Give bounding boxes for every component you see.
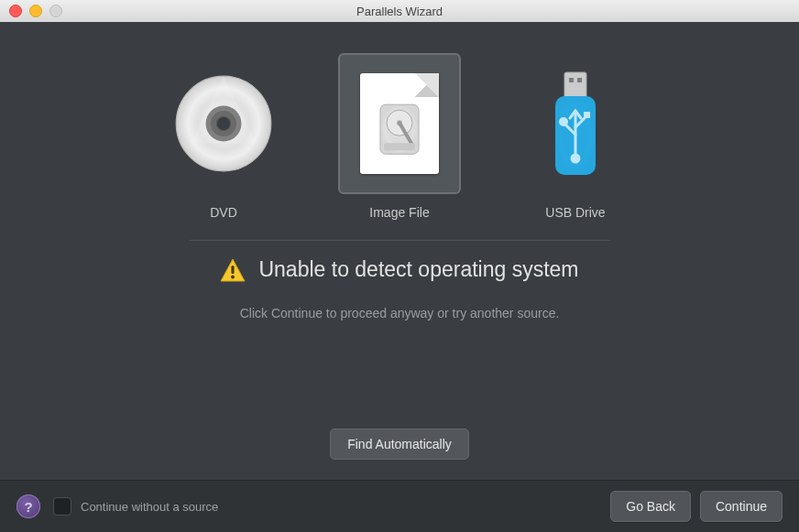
source-dvd[interactable]: DVD [159,53,288,220]
svg-rect-12 [569,78,574,82]
source-image-box [338,53,461,194]
svg-rect-10 [384,143,415,150]
svg-rect-11 [564,72,586,98]
svg-rect-13 [577,78,582,82]
warning-icon [220,258,246,282]
source-usb-box [514,53,637,194]
source-usb-label: USB Drive [545,205,605,220]
window-titlebar: Parallels Wizard [0,0,799,23]
continue-button[interactable]: Continue [700,491,783,522]
usb-icon [546,69,605,179]
warning-heading: Unable to detect operating system [258,257,578,282]
warning-subtext: Click Continue to proceed anyway or try … [0,306,799,320]
file-icon [360,73,439,174]
go-back-button[interactable]: Go Back [610,491,691,522]
source-dvd-box [162,53,285,194]
svg-point-17 [572,155,579,162]
svg-rect-19 [584,112,590,118]
cd-icon [174,74,273,173]
help-button[interactable]: ? [16,494,40,518]
continue-without-source-label: Continue without a source [81,500,218,514]
source-options: DVD Image File [0,53,799,220]
svg-point-22 [232,275,235,278]
source-image-label: Image File [369,205,429,220]
warning-row: Unable to detect operating system [0,257,799,282]
window-title: Parallels Wizard [0,5,799,18]
svg-point-4 [216,116,230,130]
source-usb[interactable]: USB Drive [511,53,640,220]
continue-without-source-checkbox[interactable] [53,497,71,516]
divider [189,240,610,241]
find-automatically-button[interactable]: Find Automatically [330,429,469,460]
svg-rect-21 [232,266,235,274]
footer-bar: ? Continue without a source Go Back Cont… [0,480,799,532]
harddrive-icon [375,99,424,157]
svg-point-18 [561,119,567,125]
source-dvd-label: DVD [210,205,237,220]
wizard-body: DVD Image File [0,22,799,481]
source-image[interactable]: Image File [335,53,464,220]
